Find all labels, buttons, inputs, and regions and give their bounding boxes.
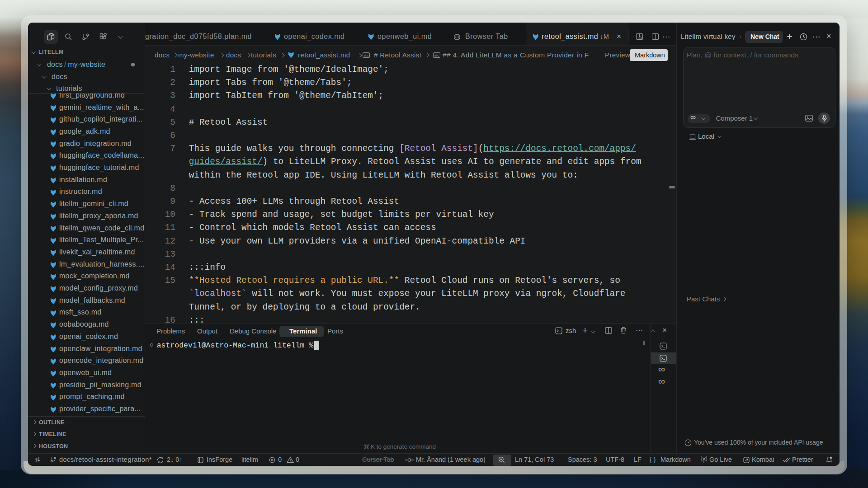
svg-text:abc: abc xyxy=(364,54,369,57)
svg-text:abc: abc xyxy=(434,54,439,57)
